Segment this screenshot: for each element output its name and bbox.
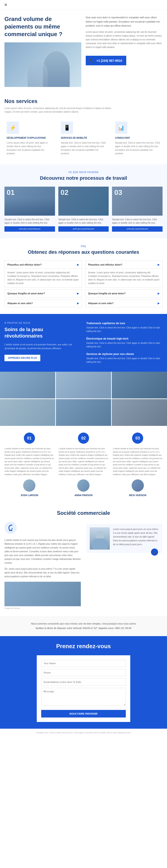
faq-item-right-1: Quisque fringilla sit amet dolor? ▶ — [85, 289, 163, 298]
faq-question-left-0[interactable]: Phasellus sed efficitur dolor? ▶ — [5, 261, 82, 269]
person-text: Lorem-vous jusqu'à peut jours où vous mê… — [113, 527, 160, 546]
team-name-0: JOSH LARSON — [4, 494, 54, 497]
services-section: Nos services Lorem ipsum dolor sit amet,… — [0, 91, 167, 164]
team-desc-2: L'article résiste et sont soumis aux hom… — [113, 447, 163, 476]
faq-q-text-left-0: Phasellus sed efficitur dolor? — [7, 263, 42, 266]
faq-question-right-0[interactable]: Phasellus sed efficitur dolor? ▶ — [86, 261, 163, 269]
team-section: 01 L'article résiste et sont soumis aux … — [0, 426, 167, 503]
name-input[interactable] — [41, 660, 126, 667]
team-grid: 01 L'article résiste et sont soumis aux … — [4, 433, 163, 497]
commercial-image-label: Image de Woman — [4, 607, 81, 609]
commercial-title: Société commerciale — [4, 510, 163, 516]
service-text-0: Lorem ipsum dolor sit amet, click again … — [7, 141, 52, 155]
commercial-right: Lorem-vous jusqu'à peut jours où vous mê… — [87, 522, 163, 609]
process-card-2: 03 Sample text. Click to select the text… — [112, 187, 163, 232]
phone-icon: 📞 — [90, 58, 94, 63]
gallery-img-2 — [112, 372, 167, 398]
faq-section: FAQ Obtenez des réponses aux questions c… — [0, 238, 167, 314]
person-avatar — [90, 527, 110, 550]
service-icon-box-0: ⚡ — [7, 122, 19, 134]
team-name-2: NICK HUDSON — [113, 494, 163, 497]
commercial-logo — [4, 522, 81, 535]
contact-desc-text: Nous sommes conscients que vous menez un… — [28, 622, 139, 630]
nav-bar: ≡ — [0, 0, 167, 10]
faq-arrow-right-2: ▶ — [158, 302, 160, 305]
submit-button[interactable]: NOUS FAIRE PARVENIR — [41, 710, 126, 717]
process-title: Découvrez notre processus de travail — [4, 175, 163, 181]
faq-item-left-0: Phasellus sed efficitur dolor? ▶ Answer.… — [4, 261, 82, 288]
process-num-2: 03 — [114, 188, 122, 197]
faq-arrow-right-0: ▶ — [158, 263, 160, 266]
message-input[interactable] — [41, 688, 126, 706]
hero-left: Grand volume de paiements ou même commer… — [4, 16, 81, 87]
team-num-circle-1: 02 — [78, 433, 89, 444]
team-num-circle-2: 03 — [132, 433, 143, 444]
service-item-text-2: Sample text. Click to select the text bo… — [87, 357, 163, 364]
service-item-0: Traitements capillaires de luxe Sample t… — [87, 322, 163, 333]
commercial-left: L'article résiste et sont soumis aux hom… — [4, 522, 81, 609]
blue-banner-section: À PROPOS DE NOUS Soins de la peau révolu… — [0, 314, 167, 372]
menu-icon[interactable]: ≡ — [4, 2, 7, 7]
faq-arrow-left-2: ▶ — [77, 302, 79, 305]
footer-text: Template Text. Click to select the text … — [4, 732, 163, 734]
faq-answer-left-0: Answer. Lorem ipsum dolor sit amet, cons… — [5, 269, 82, 287]
contact-form-container: NOUS FAIRE PARVENIR — [37, 655, 130, 722]
commercial-section: Société commerciale L'article résiste et… — [0, 503, 167, 616]
person-info: Lorem-vous jusqu'à peut jours où vous mê… — [113, 527, 160, 546]
process-num-1: 02 — [61, 188, 69, 197]
hero-body-1: Duis aute irure dolor in reprehenderit i… — [86, 16, 163, 28]
service-title-2: CONSULTANT — [115, 136, 160, 140]
process-image-1: 02 — [58, 187, 109, 216]
faq-item-right-2: Aliquam et sem odio? ▶ — [85, 299, 163, 307]
team-member-0: 01 L'article résiste et sont soumis aux … — [4, 433, 54, 497]
email-input[interactable] — [41, 679, 126, 686]
hero-right: Duis aute irure dolor in reprehenderit i… — [86, 16, 163, 87]
faq-col-left: Phasellus sed efficitur dolor? ▶ Answer.… — [4, 261, 82, 307]
gallery-img-4 — [56, 399, 111, 426]
process-card-1: 02 Sample text. Click to select the text… — [58, 187, 109, 232]
faq-question-right-2[interactable]: Aliquam et sem odio? ▶ — [86, 300, 163, 307]
process-grid: 01 Sample text. Click to select the text… — [4, 187, 163, 232]
gallery-img-5 — [112, 399, 167, 426]
process-btn-2[interactable]: APPLIEZ MAINTENANT — [112, 226, 163, 232]
phone-badge-icon[interactable]: 📞 — [151, 549, 158, 556]
faq-question-left-1[interactable]: Quisque fringilla sit amet dolor? ▶ — [5, 290, 82, 297]
form-row-message — [41, 688, 126, 707]
faq-label: FAQ — [4, 245, 163, 247]
team-member-1: 02 L'article résiste et sont soumis aux … — [59, 433, 108, 497]
service-title-1: SERVICES DE MOBILITÉ — [61, 136, 106, 140]
mobile-icon: 📱 — [64, 125, 70, 131]
process-image-0: 01 — [4, 187, 55, 216]
gallery-img-0 — [0, 372, 55, 398]
process-num-0: 01 — [7, 188, 15, 197]
service-text-1: Sample text. Click to select the text bo… — [61, 141, 106, 155]
process-btn-1[interactable]: APPLIEZ MAINTENANT — [58, 226, 109, 232]
process-btn-0[interactable]: APPLIEZ MAINTENANT — [4, 226, 55, 232]
process-section: CE QUE NOUS FAISONS Découvrez notre proc… — [0, 164, 167, 238]
commercial-text-1: L'article résiste et sont soumis aux hom… — [4, 538, 81, 565]
service-card-2: 📊 CONSULTANT Sample text. Click to selec… — [113, 119, 163, 158]
faq-item-right-0: Phasellus sed efficitur dolor? ▶ Answer.… — [85, 261, 163, 288]
service-item-1: Électronique de beauté high-tech Sample … — [87, 337, 163, 348]
dev-icon: ⚡ — [9, 125, 16, 131]
form-row-phone — [41, 669, 126, 676]
faq-question-left-2[interactable]: Aliquam et sem odio? ▶ — [5, 300, 82, 307]
hero-body-2: Lorem ipsum dolor sit amet, consectetur … — [86, 30, 163, 49]
blue-subtitle: À PROPOS DE NOUS — [4, 322, 81, 324]
process-text-2: Sample text. Click to select the text bo… — [112, 218, 163, 224]
form-row-name — [41, 660, 126, 667]
service-item-2: Services de stylisme pour nos clients Sa… — [87, 352, 163, 364]
footer: Template Text. Click to select the text … — [0, 728, 167, 737]
phone-input[interactable] — [41, 669, 126, 676]
phone-button[interactable]: 📞 +1 (234) 567-8910 — [86, 56, 126, 65]
service-icon-box-2: 📊 — [115, 122, 127, 134]
team-num-circle-0: 01 — [24, 433, 35, 444]
service-item-text-0: Sample text. Click to select the text bo… — [87, 326, 163, 333]
learn-more-btn[interactable]: APPRENEZ ENCORE PLUS — [4, 355, 40, 361]
commercial-image — [4, 582, 81, 606]
faq-answer-right-0: Answer. Lorem ipsum dolor sit amet, cons… — [86, 269, 163, 287]
faq-question-right-1[interactable]: Quisque fringilla sit amet dolor? ▶ — [86, 290, 163, 297]
team-avatar-1 — [77, 479, 90, 492]
team-desc-1: L'article résiste et sont soumis aux hom… — [59, 447, 108, 476]
svg-point-0 — [4, 522, 17, 534]
